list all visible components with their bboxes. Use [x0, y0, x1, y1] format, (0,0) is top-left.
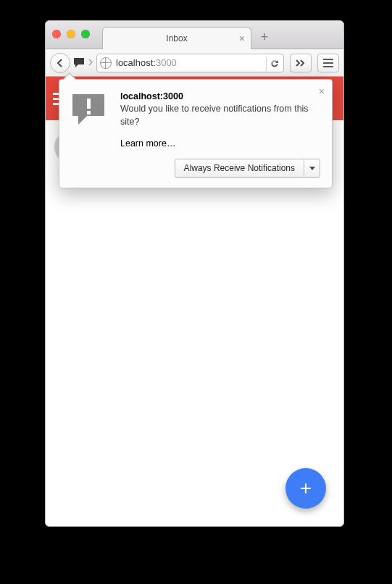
- prompt-primary-dropdown[interactable]: [304, 159, 320, 177]
- new-tab-button[interactable]: +: [258, 31, 271, 44]
- prompt-message: Would you like to receive notifications …: [120, 103, 320, 128]
- svg-rect-1: [87, 111, 91, 114]
- prompt-close-button[interactable]: ×: [319, 85, 325, 97]
- learn-more-link[interactable]: Learn more…: [120, 138, 320, 149]
- url-port: 3000: [156, 57, 177, 68]
- toolbar-overflow-button[interactable]: [290, 54, 312, 72]
- caret-down-icon: [309, 167, 315, 170]
- notification-anchor-icon[interactable]: [72, 57, 86, 69]
- tab-title: Inbox: [166, 33, 187, 43]
- url-bar[interactable]: localhost:3000: [96, 54, 284, 72]
- back-button[interactable]: [50, 53, 70, 73]
- app-menu-button[interactable]: [317, 54, 339, 72]
- window-close-button[interactable]: [52, 30, 61, 38]
- window-zoom-button[interactable]: [81, 30, 90, 38]
- browser-window: Inbox × + localhost:3000: [45, 20, 344, 527]
- plus-icon: +: [300, 477, 312, 500]
- window-controls: [52, 30, 90, 38]
- compose-fab[interactable]: +: [285, 468, 326, 509]
- reload-icon: [270, 59, 280, 69]
- prompt-origin: localhost:3000: [120, 91, 320, 101]
- alert-speech-icon: [71, 91, 109, 149]
- chevrons-right-icon: [296, 59, 306, 67]
- breadcrumb-chevron-icon: [88, 58, 93, 68]
- nav-toolbar: localhost:3000: [46, 49, 343, 77]
- site-identity-icon[interactable]: [100, 57, 112, 69]
- window-minimize-button[interactable]: [67, 30, 75, 38]
- browser-tab[interactable]: Inbox ×: [102, 27, 251, 49]
- prompt-primary-label: Always Receive Notifications: [175, 159, 304, 177]
- notification-permission-prompt: × localhost:3000 Would you like to recei…: [59, 79, 333, 188]
- tab-strip: Inbox × +: [46, 21, 343, 49]
- tab-close-button[interactable]: ×: [239, 33, 245, 43]
- svg-rect-0: [87, 99, 91, 109]
- prompt-primary-button[interactable]: Always Receive Notifications: [175, 159, 320, 178]
- reload-button[interactable]: [266, 56, 282, 72]
- url-host: localhost:: [116, 57, 156, 68]
- back-arrow-icon: [56, 59, 64, 67]
